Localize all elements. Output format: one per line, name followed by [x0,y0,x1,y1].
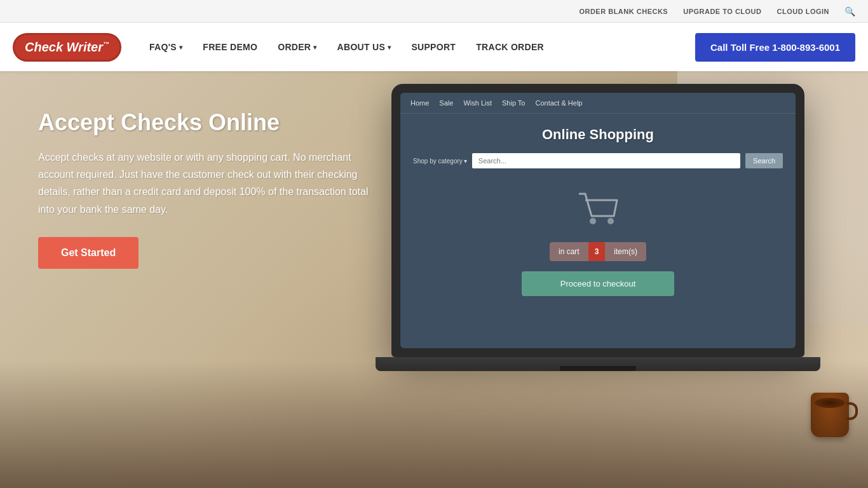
screen-nav-bar: Home Sale Wish List Ship To Contact & He… [400,93,796,114]
nav-free-demo[interactable]: Free Demo [194,37,266,57]
hero-body-text: Accept checks at any website or with any… [38,149,381,218]
screen-category: Shop by category ▾ [413,158,467,165]
hero-section: Home Sale Wish List Ship To Contact & He… [0,71,868,488]
cup-liquid [815,398,845,408]
get-started-button[interactable]: Get Started [38,237,139,269]
hero-text-block: Accept Checks Online Accept checks at an… [38,109,381,269]
laptop-screen: Home Sale Wish List Ship To Contact & He… [400,93,796,348]
keyboard-area [0,361,868,488]
chevron-down-icon: ▾ [313,44,316,51]
logo-text: Check Writer™ [25,40,109,55]
screen-nav-sale[interactable]: Sale [439,99,453,107]
svg-point-1 [607,218,614,224]
laptop-outer: Home Sale Wish List Ship To Contact & He… [391,84,804,357]
cloud-login-link[interactable]: CLOUD LOGIN [777,8,830,15]
screen-search-row: Shop by category ▾ Search [413,153,783,168]
nav-about-us[interactable]: ABOUT US ▾ [329,37,400,57]
cta-phone-button[interactable]: Call Toll Free 1-800-893-6001 [695,33,855,62]
chevron-down-icon: ▾ [464,158,467,165]
nav-support[interactable]: SUPPORT [402,37,465,57]
cart-in-cart-label: in cart [550,242,588,261]
cart-count: 3 [588,242,606,261]
logo-wrap[interactable]: Check Writer™ [13,33,121,62]
cart-items-label: item(s) [605,242,646,261]
nav-order[interactable]: ORDER ▾ [269,37,325,57]
upgrade-to-cloud-link[interactable]: UPGRADE TO CLOUD [683,8,761,15]
screen-cart-area: in cart 3 item(s) Proceed to checkout [413,181,783,296]
chevron-down-icon: ▾ [179,44,182,51]
nav-track-order[interactable]: TRACK ORDER [467,37,553,57]
screen-nav-shipto[interactable]: Ship To [502,99,526,107]
hero-heading: Accept Checks Online [38,109,381,136]
cart-icon [573,187,623,232]
nav-faqs[interactable]: FAQ's ▾ [140,37,191,57]
logo: Check Writer™ [13,33,121,62]
screen-title: Online Shopping [413,126,783,143]
chevron-down-icon: ▾ [388,44,391,51]
coffee-cup [811,393,849,437]
screen-nav-wishlist[interactable]: Wish List [463,99,492,107]
screen-content: Online Shopping Shop by category ▾ Searc… [400,114,796,344]
order-blank-checks-link[interactable]: ORDER BLANK CHECKS [579,8,668,15]
cart-badge: in cart 3 item(s) [550,242,646,261]
svg-point-0 [590,218,596,224]
search-icon[interactable]: 🔍 [844,6,855,17]
checkout-button[interactable]: Proceed to checkout [522,271,674,296]
nav-links: FAQ's ▾ Free Demo ORDER ▾ ABOUT US ▾ SUP… [140,37,695,57]
top-utility-bar: ORDER BLANK CHECKS UPGRADE TO CLOUD CLOU… [0,0,868,23]
screen-search-button[interactable]: Search [745,153,783,168]
screen-nav-home[interactable]: Home [410,99,429,107]
main-nav: Check Writer™ FAQ's ▾ Free Demo ORDER ▾ … [0,23,868,71]
screen-nav-contact[interactable]: Contact & Help [536,99,583,107]
screen-search-input[interactable] [472,153,740,168]
